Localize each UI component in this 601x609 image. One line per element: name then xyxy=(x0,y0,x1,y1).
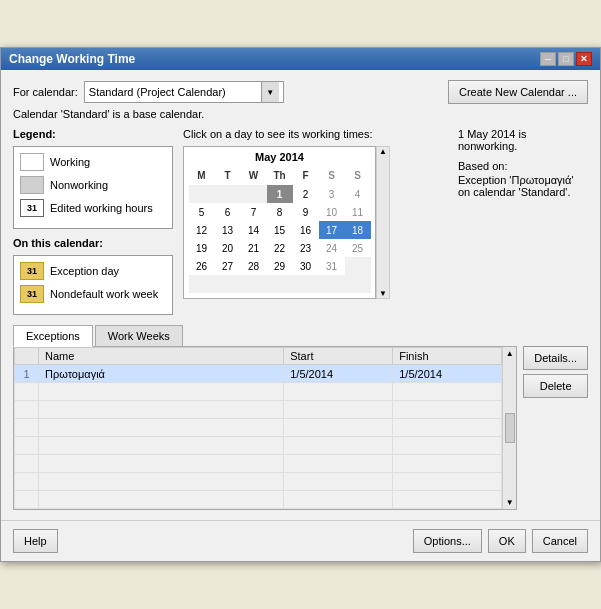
legend-exception-day: 31 Exception day xyxy=(20,262,166,280)
create-new-calendar-button[interactable]: Create New Calendar ... xyxy=(448,80,588,104)
main-window: Change Working Time ─ □ ✕ For calendar: … xyxy=(0,47,601,562)
cancel-button[interactable]: Cancel xyxy=(532,529,588,553)
cal-day-empty xyxy=(293,275,319,293)
calendar-section: Click on a day to see its working times:… xyxy=(183,128,448,315)
help-button[interactable]: Help xyxy=(13,529,58,553)
cal-day-19[interactable]: 19 xyxy=(189,239,215,257)
cal-day-21[interactable]: 21 xyxy=(241,239,267,257)
footer-right: Options... OK Cancel xyxy=(413,529,588,553)
info-panel: 1 May 2014 is nonworking. Based on: Exce… xyxy=(458,128,588,315)
calendar-subtitle: Calendar 'Standard' is a base calendar. xyxy=(13,108,588,120)
cal-day-25[interactable]: 25 xyxy=(345,239,371,257)
cal-day-8[interactable]: 8 xyxy=(267,203,293,221)
details-button[interactable]: Details... xyxy=(523,346,588,370)
options-button[interactable]: Options... xyxy=(413,529,482,553)
table-row[interactable] xyxy=(15,401,502,419)
based-on-title: Based on: xyxy=(458,160,588,172)
cal-day-3[interactable]: 3 xyxy=(319,185,345,203)
cal-day-5[interactable]: 5 xyxy=(189,203,215,221)
tab-workweeks[interactable]: Work Weeks xyxy=(95,325,183,346)
row-name-1[interactable]: Πρωτομαγιά xyxy=(39,365,284,383)
col-header-rownum xyxy=(15,348,39,365)
table-row[interactable]: 1 Πρωτομαγιά 1/5/2014 1/5/2014 xyxy=(15,365,502,383)
cal-day-31[interactable]: 31 xyxy=(319,257,345,275)
cal-day-9[interactable]: 9 xyxy=(293,203,319,221)
cal-day-13[interactable]: 13 xyxy=(215,221,241,239)
cal-day-2[interactable]: 2 xyxy=(293,185,319,203)
nonworking-label: Nonworking xyxy=(50,179,108,191)
top-row: For calendar: Standard (Project Calendar… xyxy=(13,80,588,104)
cal-day-20[interactable]: 20 xyxy=(215,239,241,257)
dropdown-arrow-icon: ▼ xyxy=(261,82,279,102)
cal-day-empty xyxy=(215,185,241,203)
cal-scroll-down[interactable]: ▼ xyxy=(379,289,387,298)
info-exception-text: Exception 'Πρωτομαγιά' on calendar 'Stan… xyxy=(458,174,588,198)
table-row[interactable] xyxy=(15,419,502,437)
cal-day-14[interactable]: 14 xyxy=(241,221,267,239)
cal-day-28[interactable]: 28 xyxy=(241,257,267,275)
table-scroll-down[interactable]: ▼ xyxy=(506,498,514,507)
cal-day-29[interactable]: 29 xyxy=(267,257,293,275)
minimize-button[interactable]: ─ xyxy=(540,52,556,66)
cal-day-empty xyxy=(267,275,293,293)
title-bar: Change Working Time ─ □ ✕ xyxy=(1,48,600,70)
cal-day-11[interactable]: 11 xyxy=(345,203,371,221)
cal-day-23[interactable]: 23 xyxy=(293,239,319,257)
tab-exceptions[interactable]: Exceptions xyxy=(13,325,93,347)
cal-day-empty xyxy=(215,275,241,293)
edited-swatch: 31 xyxy=(20,199,44,217)
cal-day-15[interactable]: 15 xyxy=(267,221,293,239)
cal-day-empty xyxy=(189,275,215,293)
cal-day-10[interactable]: 10 xyxy=(319,203,345,221)
cal-day-4[interactable]: 4 xyxy=(345,185,371,203)
table-row[interactable] xyxy=(15,473,502,491)
table-row[interactable] xyxy=(15,455,502,473)
table-scroll-up[interactable]: ▲ xyxy=(506,349,514,358)
calendar-dropdown[interactable]: Standard (Project Calendar) ▼ xyxy=(84,81,284,103)
legend-title: Legend: xyxy=(13,128,173,140)
cal-scroll-up[interactable]: ▲ xyxy=(379,147,387,156)
col-header-W: W xyxy=(241,167,267,185)
cal-day-1[interactable]: 1 xyxy=(267,185,293,203)
table-row[interactable] xyxy=(15,437,502,455)
col-header-M: M xyxy=(189,167,215,185)
exception-day-label: Exception day xyxy=(50,265,119,277)
cal-day-24[interactable]: 24 xyxy=(319,239,345,257)
cal-day-empty xyxy=(189,185,215,203)
col-header-Th: Th xyxy=(267,167,293,185)
dialog-content: For calendar: Standard (Project Calendar… xyxy=(1,70,600,520)
cal-day-22[interactable]: 22 xyxy=(267,239,293,257)
cal-day-18[interactable]: 18 xyxy=(345,221,371,239)
exceptions-outer: Name Start Finish 1 Πρωτομαγι xyxy=(13,346,588,510)
delete-button[interactable]: Delete xyxy=(523,374,588,398)
table-row[interactable] xyxy=(15,383,502,401)
cal-day-12[interactable]: 12 xyxy=(189,221,215,239)
nondefault-label: Nondefault work week xyxy=(50,288,158,300)
working-label: Working xyxy=(50,156,90,168)
cal-day-7[interactable]: 7 xyxy=(241,203,267,221)
close-button[interactable]: ✕ xyxy=(576,52,592,66)
col-header-name: Name xyxy=(39,348,284,365)
col-header-S1: S xyxy=(319,167,345,185)
col-header-F: F xyxy=(293,167,319,185)
cal-day-16[interactable]: 16 xyxy=(293,221,319,239)
info-based-on: Based on: Exception 'Πρωτομαγιά' on cale… xyxy=(458,160,588,198)
calendar-selector-row: For calendar: Standard (Project Calendar… xyxy=(13,81,284,103)
table-with-scrollbar: Name Start Finish 1 Πρωτομαγι xyxy=(14,347,516,509)
maximize-button[interactable]: □ xyxy=(558,52,574,66)
table-row[interactable] xyxy=(15,491,502,509)
main-area: Legend: Working Nonworking 31 Edited wor… xyxy=(13,128,588,315)
calendar-container: May 2014 M T W Th F S S xyxy=(183,146,376,299)
cal-day-6[interactable]: 6 xyxy=(215,203,241,221)
ok-button[interactable]: OK xyxy=(488,529,526,553)
cal-day-17[interactable]: 17 xyxy=(319,221,345,239)
cal-day-27[interactable]: 27 xyxy=(215,257,241,275)
tabs-section: Exceptions Work Weeks Name Start xyxy=(13,325,588,510)
calendar-dropdown-value: Standard (Project Calendar) xyxy=(89,86,261,98)
exception-swatch: 31 xyxy=(20,262,44,280)
row-finish-1: 1/5/2014 xyxy=(393,365,502,383)
table-scroll-thumb[interactable] xyxy=(505,413,515,443)
cal-day-26[interactable]: 26 xyxy=(189,257,215,275)
legend-nondefault: 31 Nondefault work week xyxy=(20,285,166,303)
cal-day-30[interactable]: 30 xyxy=(293,257,319,275)
